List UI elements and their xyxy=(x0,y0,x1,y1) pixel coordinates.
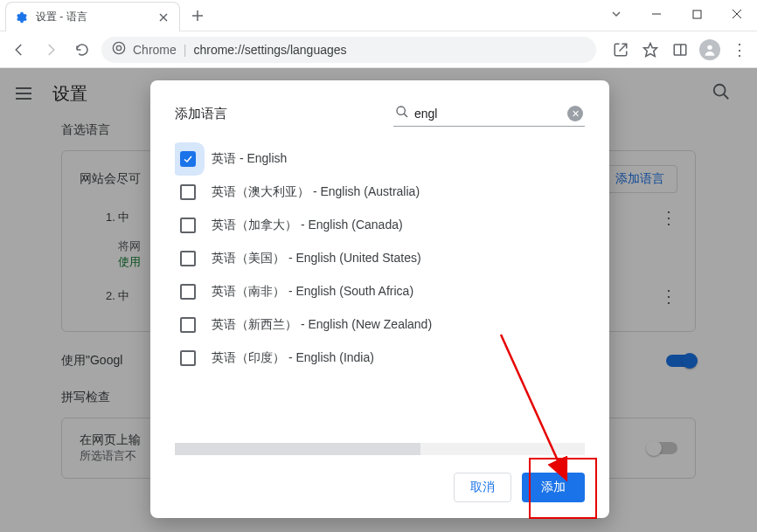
maximize-button[interactable] xyxy=(677,0,717,28)
profile-avatar[interactable] xyxy=(699,39,720,60)
window-controls xyxy=(596,0,757,28)
new-tab-button[interactable] xyxy=(185,3,210,28)
svg-line-18 xyxy=(404,114,407,117)
checkbox-icon[interactable] xyxy=(180,317,196,333)
dialog-search-field[interactable]: ✕ xyxy=(393,101,585,127)
titlebar: 设置 - 语言 xyxy=(0,0,757,31)
dialog-search-input[interactable] xyxy=(414,107,567,121)
address-bar[interactable]: Chrome | chrome://settings/languages xyxy=(101,37,596,63)
language-option-label: 英语（澳大利亚） - English (Australia) xyxy=(212,184,420,200)
language-option-label: 英语 - English xyxy=(212,151,287,167)
tab-close-icon[interactable] xyxy=(156,10,170,24)
bookmark-star-icon[interactable] xyxy=(640,39,661,60)
kebab-menu-icon[interactable]: ⋮ xyxy=(729,39,750,60)
svg-point-17 xyxy=(397,107,405,114)
search-icon xyxy=(395,105,409,122)
checkbox-icon[interactable] xyxy=(180,184,196,200)
cancel-button[interactable]: 取消 xyxy=(454,473,511,502)
clear-search-icon[interactable]: ✕ xyxy=(567,106,583,121)
language-option[interactable]: 英语（印度） - English (India) xyxy=(175,342,578,375)
browser-toolbar: Chrome | chrome://settings/languages ⋮ xyxy=(0,31,757,68)
language-option-label: 英语（加拿大） - English (Canada) xyxy=(212,218,403,233)
language-options-list[interactable]: 英语 - English英语（澳大利亚） - English (Australi… xyxy=(175,142,585,439)
forward-button[interactable] xyxy=(38,38,63,62)
reload-button[interactable] xyxy=(70,38,94,62)
share-icon[interactable] xyxy=(610,39,631,60)
language-option-label: 英语（南非） - English (South Africa) xyxy=(212,284,413,300)
language-option-label: 英语（新西兰） - English (New Zealand) xyxy=(212,317,432,333)
browser-tab[interactable]: 设置 - 语言 xyxy=(5,2,180,31)
language-option[interactable]: 英语（澳大利亚） - English (Australia) xyxy=(175,176,578,209)
minimize-button[interactable] xyxy=(636,0,677,28)
url-separator: | xyxy=(184,43,187,57)
checkbox-checked-icon[interactable] xyxy=(180,151,196,167)
svg-rect-6 xyxy=(693,10,701,18)
svg-point-14 xyxy=(707,45,712,49)
url-origin: Chrome xyxy=(133,43,177,57)
checkbox-icon[interactable] xyxy=(180,218,196,233)
horizontal-scrollbar[interactable] xyxy=(175,443,585,455)
panel-icon[interactable] xyxy=(670,39,691,60)
language-option[interactable]: 英语 - English xyxy=(175,142,578,176)
language-option[interactable]: 英语（加拿大） - English (Canada) xyxy=(175,209,578,242)
language-option[interactable]: 英语（美国） - English (United States) xyxy=(175,242,578,275)
chevron-down-icon[interactable] xyxy=(596,0,636,28)
checkbox-icon[interactable] xyxy=(180,284,196,300)
checkbox-icon[interactable] xyxy=(180,251,196,266)
back-button[interactable] xyxy=(7,38,31,62)
add-language-dialog: 添加语言 ✕ 英语 - English英语（澳大利亚） - English (A… xyxy=(150,80,609,518)
language-option[interactable]: 英语（南非） - English (South Africa) xyxy=(175,275,578,308)
svg-marker-11 xyxy=(644,43,657,56)
chrome-icon xyxy=(112,41,126,58)
add-button[interactable]: 添加 xyxy=(522,473,585,502)
checkbox-icon[interactable] xyxy=(180,350,196,366)
close-window-button[interactable] xyxy=(717,0,757,28)
tab-title: 设置 - 语言 xyxy=(36,10,156,24)
language-option[interactable]: 英语（新西兰） - English (New Zealand) xyxy=(175,308,578,342)
svg-point-9 xyxy=(113,42,124,53)
svg-point-10 xyxy=(116,45,121,50)
language-option-label: 英语（印度） - English (India) xyxy=(212,350,374,366)
dialog-title: 添加语言 xyxy=(175,106,227,122)
url-text: chrome://settings/languages xyxy=(193,43,346,57)
language-option-label: 英语（美国） - English (United States) xyxy=(212,251,421,266)
gear-icon xyxy=(15,10,29,24)
